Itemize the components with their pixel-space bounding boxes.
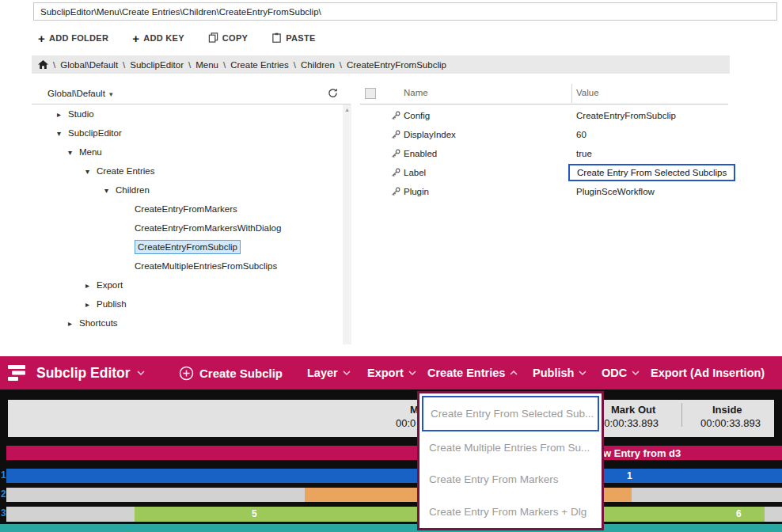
tree-item-label: CreateEntryFromSubclip [135,240,241,254]
copy-button[interactable]: COPY [208,32,248,44]
key-icon [391,130,400,141]
breadcrumb-segment[interactable]: Create Entries [230,60,289,70]
tree-item-createentryfrommarkerswithdialog[interactable]: CreateEntryFromMarkersWithDialog [32,218,343,238]
property-value[interactable]: PluginSceWorkflow [576,182,655,201]
chevron-down-icon [137,370,145,375]
tree-item-createmultipleentriesfromsubclips[interactable]: CreateMultipleEntriesFromSubclips [32,256,343,276]
expanded-arrow-icon[interactable] [57,129,68,138]
menu-label: Create Entries [427,367,505,379]
app-title: Subclip Editor [36,365,131,382]
tree-item-label: CreateEntryFromMarkersWithDialog [135,223,281,233]
breadcrumb-segment[interactable]: SubclipEditor [130,60,184,70]
menu-odc[interactable]: ODC [602,356,640,390]
collapsed-arrow-icon[interactable] [68,319,79,328]
key-icon [391,111,400,122]
timecode-bar [8,400,774,437]
plus-icon [38,32,45,44]
dropdown-item-create-multiple-entries-from-subclips[interactable]: Create Multiple Entries From Su... [419,431,602,464]
breadcrumb-segment[interactable]: Menu [196,60,218,70]
tree-item-menu[interactable]: Menu [32,142,343,162]
property-value[interactable]: 60 [576,125,586,144]
mark-out-label: Mark Out [611,404,655,416]
refresh-icon[interactable] [328,88,338,98]
mark-out-value: 00:00:33.893 [598,417,659,429]
table-row[interactable]: Label Create Entry From Selected Subclip… [360,163,728,182]
add-key-button[interactable]: ADD KEY [132,32,184,44]
table-row[interactable]: DisplayIndex 60 [360,125,728,144]
tree-item-create-entries[interactable]: Create Entries [32,162,343,180]
breadcrumb-segment[interactable]: Children [301,60,335,70]
dropdown-item-create-entry-from-markers-dlg[interactable]: Create Entry From Markers + Dlg [419,496,602,528]
tree-item-publish[interactable]: Publish [32,294,343,314]
dropdown-item-create-entry-from-markers[interactable]: Create Entry From Markers [419,464,602,496]
app-logo-icon[interactable] [8,364,28,382]
tree-item-studio[interactable]: Studio [32,104,343,124]
tree-scrollbar[interactable] [343,104,351,344]
property-value-highlighted[interactable]: Create Entry From Selected Subclips [568,164,735,181]
create-subclip-button[interactable]: Create Subclip [179,356,283,390]
chevron-down-icon [632,370,640,375]
breadcrumb-separator: \ [53,60,55,70]
menu-layer[interactable]: Layer [307,356,351,390]
table-row[interactable]: Config CreateEntryFromSubclip [360,106,728,125]
track3-right-label: 6 [736,508,742,519]
tree-item-label: CreateMultipleEntriesFromSubclips [135,261,277,271]
menu-label: ODC [602,367,627,379]
tree-item-subclipeditor[interactable]: SubclipEditor [32,124,343,142]
expanded-arrow-icon[interactable] [68,148,79,157]
tree-root-selector[interactable]: Global\Default [47,89,105,98]
copy-label: COPY [222,33,248,43]
tree-item-shortcuts[interactable]: Shortcuts [32,314,343,332]
menu-export[interactable]: Export [367,356,416,390]
add-folder-button[interactable]: ADD FOLDER [38,32,108,44]
timeline-track-1[interactable] [6,469,782,483]
timeline-track-3[interactable] [6,507,782,522]
screenshot-root: ADD FOLDER ADD KEY COPY PASTE \ Global\D… [0,0,782,532]
chevron-down-icon [579,370,586,375]
table-row[interactable]: Enabled true [360,144,728,163]
column-divider [571,84,572,103]
paste-button[interactable]: PASTE [271,32,315,44]
tree-item-children[interactable]: Children [32,180,343,200]
track2-segment[interactable] [603,488,632,502]
tree-item-label: SubclipEditor [68,128,122,138]
tree-item-export[interactable]: Export [32,276,343,294]
property-value[interactable]: true [576,144,592,163]
property-value[interactable]: CreateEntryFromSubclip [576,106,676,125]
menu-label: Layer [307,367,338,379]
menu-publish[interactable]: Publish [533,356,586,390]
table-header: Name Value [360,82,728,104]
property-name: Enabled [404,144,437,163]
tree-item-label: Shortcuts [79,318,118,328]
dropdown-item-label: Create Entry From Selected Sub... [431,408,594,420]
breadcrumb-segment[interactable]: Global\Default [60,60,118,70]
collapsed-arrow-icon[interactable] [57,110,68,119]
expanded-arrow-icon[interactable] [104,186,116,195]
home-icon[interactable] [38,60,48,69]
breadcrumb-separator: \ [188,60,191,70]
timeline-track-2[interactable] [6,488,782,502]
config-toolbar: ADD FOLDER ADD KEY COPY PASTE [38,29,316,47]
expanded-arrow-icon[interactable] [85,167,97,176]
menu-export-ad-insertion[interactable]: Export (Ad Insertion) [651,356,765,390]
breadcrumb-separator: \ [223,60,226,70]
menu-create-entries[interactable]: Create Entries [427,356,518,390]
app-title-menu[interactable]: Subclip Editor [36,356,145,390]
collapsed-arrow-icon[interactable] [85,300,97,309]
track2-segment[interactable] [305,488,426,502]
collapsed-arrow-icon[interactable] [85,281,97,290]
table-row[interactable]: Plugin PluginSceWorkflow [360,182,728,201]
tree-item-label: Export [97,280,123,290]
caret-down-icon [109,89,113,98]
tree-item-createentryfrommarkers[interactable]: CreateEntryFromMarkers [32,200,343,218]
dropdown-item-create-entry-from-selected-subclips[interactable]: Create Entry From Selected Sub... [422,396,599,431]
breadcrumb-segment[interactable]: CreateEntryFromSubclip [347,60,446,70]
tree-item-createentryfromsubclip-selected[interactable]: CreateEntryFromSubclip [32,238,343,256]
tree-item-label: Studio [68,109,94,119]
dropdown-item-label: Create Multiple Entries From Su... [429,442,590,454]
path-input[interactable] [33,2,777,21]
menu-label: Export (Ad Insertion) [651,367,765,379]
paste-label: PASTE [286,33,315,43]
scroll-up-arrow-icon[interactable] [343,104,351,114]
select-all-checkbox[interactable] [365,88,376,99]
